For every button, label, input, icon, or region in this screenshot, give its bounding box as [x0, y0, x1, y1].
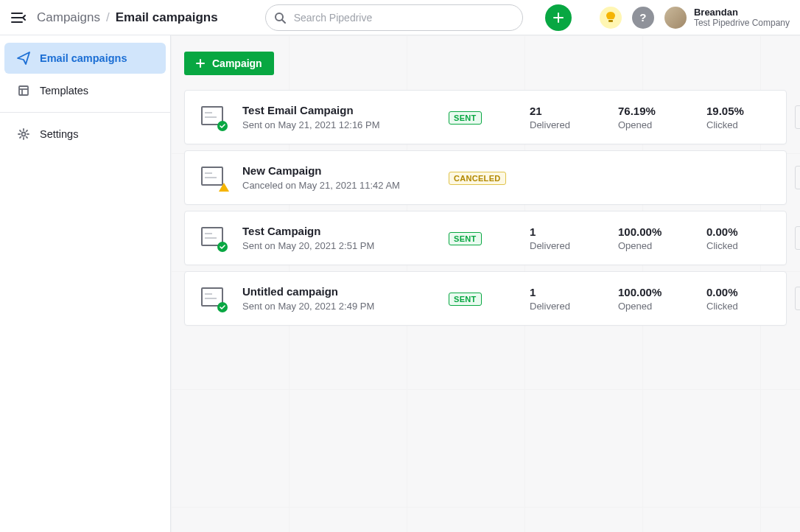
- stat-label: Opened: [618, 119, 706, 130]
- stat-opened: 76.19% Opened: [618, 105, 706, 130]
- campaign-subtitle: Canceled on May 21, 2021 11:42 AM: [242, 180, 449, 191]
- stat-clicked: 19.05% Clicked: [706, 105, 795, 130]
- breadcrumb-current: Email campaigns: [116, 10, 218, 25]
- campaign-title[interactable]: New Campaign: [242, 164, 449, 177]
- campaign-title-col: Test Campaign Sent on May 20, 2021 2:51 …: [242, 225, 449, 251]
- user-name: Breandan: [694, 7, 790, 18]
- sidebar-item-label: Settings: [40, 128, 78, 140]
- stat-label: Opened: [618, 301, 706, 312]
- stat-value: 0.00%: [706, 225, 795, 238]
- avatar: [664, 7, 687, 29]
- new-campaign-button[interactable]: Campaign: [184, 52, 274, 75]
- campaign-status-col: SENT: [449, 231, 530, 245]
- campaign-row: Untitled campaign Sent on May 20, 2021 2…: [184, 271, 787, 326]
- stat-label: Delivered: [530, 240, 618, 251]
- campaign-subtitle: Sent on May 21, 2021 12:16 PM: [242, 119, 449, 130]
- campaign-row: New Campaign Canceled on May 21, 2021 11…: [184, 150, 787, 205]
- main: Campaign Test Email Campaign Sent on May…: [171, 35, 800, 532]
- stat-value: 100.00%: [618, 225, 706, 238]
- stat-label: Clicked: [706, 240, 795, 251]
- svg-rect-7: [608, 20, 613, 22]
- campaign-title[interactable]: Test Email Campaign: [242, 104, 449, 116]
- global-add-button[interactable]: [545, 4, 572, 31]
- stat-value: 1: [530, 286, 618, 298]
- search-input[interactable]: [265, 4, 523, 31]
- status-badge: SENT: [449, 111, 482, 125]
- svg-rect-8: [19, 86, 28, 95]
- campaign-list: Test Email Campaign Sent on May 21, 2021…: [184, 90, 787, 326]
- campaign-subtitle: Sent on May 20, 2021 2:51 PM: [242, 240, 449, 251]
- sidebar-item-settings[interactable]: Settings: [4, 119, 166, 150]
- warning-badge-icon: [219, 183, 229, 192]
- stat-delivered: 21 Delivered: [530, 105, 618, 130]
- status-badge: CANCELED: [449, 172, 506, 185]
- campaign-title-col: Untitled campaign Sent on May 20, 2021 2…: [242, 285, 449, 312]
- campaign-row: Test Campaign Sent on May 20, 2021 2:51 …: [184, 211, 787, 265]
- check-badge-icon: [217, 242, 228, 252]
- stat-label: Clicked: [706, 301, 795, 312]
- stat-delivered: 1 Delivered: [530, 286, 618, 312]
- topbar: Campaigns / Email campaigns ? Breandan T…: [0, 0, 800, 35]
- sidebar-item-templates[interactable]: Templates: [4, 75, 166, 106]
- campaign-icon: [201, 167, 226, 189]
- check-badge-icon: [217, 121, 228, 131]
- user-company: Test Pipedrive Company: [694, 18, 790, 28]
- stat-value: 1: [530, 225, 618, 238]
- plus-icon: [196, 59, 205, 68]
- status-badge: SENT: [449, 232, 482, 245]
- stat-value: 0.00%: [706, 286, 795, 298]
- template-icon: [16, 84, 31, 97]
- campaign-actions-button[interactable]: [795, 105, 800, 129]
- campaign-actions-button[interactable]: [795, 226, 800, 250]
- plus-icon: [552, 12, 564, 24]
- campaign-subtitle: Sent on May 20, 2021 2:49 PM: [242, 301, 449, 312]
- stat-label: Opened: [618, 240, 706, 251]
- stat-clicked: 0.00% Clicked: [706, 225, 795, 251]
- layout: Email campaigns Templates Settings Campa…: [0, 35, 800, 532]
- campaign-title-col: New Campaign Canceled on May 21, 2021 11…: [242, 164, 449, 191]
- campaign-actions-button[interactable]: [795, 287, 800, 310]
- campaign-row: Test Email Campaign Sent on May 21, 2021…: [184, 90, 787, 144]
- stat-opened: 100.00% Opened: [618, 286, 706, 312]
- user-menu[interactable]: Breandan Test Pipedrive Company: [664, 7, 790, 29]
- stat-value: 19.05%: [706, 105, 795, 117]
- check-badge-icon: [217, 302, 228, 312]
- campaign-title[interactable]: Untitled campaign: [242, 285, 449, 298]
- status-badge: SENT: [449, 293, 482, 306]
- main-content: Campaign Test Email Campaign Sent on May…: [184, 52, 787, 326]
- stat-opened: 100.00% Opened: [618, 225, 706, 251]
- stat-label: Clicked: [706, 119, 795, 130]
- stat-value: 76.19%: [618, 105, 706, 117]
- search-wrap: [265, 4, 523, 31]
- campaign-status-col: CANCELED: [449, 171, 530, 185]
- sidebar-item-email-campaigns[interactable]: Email campaigns: [4, 43, 166, 74]
- menu-toggle-icon[interactable]: [10, 10, 27, 26]
- breadcrumb-root[interactable]: Campaigns: [37, 10, 100, 25]
- svg-point-11: [22, 133, 26, 136]
- sidebar-divider: [0, 112, 170, 113]
- topbar-right: ? Breandan Test Pipedrive Company: [600, 7, 790, 29]
- help-icon[interactable]: ?: [632, 7, 654, 29]
- sidebar: Email campaigns Templates Settings: [0, 35, 171, 532]
- sidebar-item-label: Email campaigns: [40, 52, 127, 64]
- breadcrumb-separator: /: [106, 10, 110, 25]
- campaign-status-col: SENT: [449, 111, 530, 125]
- campaign-title[interactable]: Test Campaign: [242, 225, 449, 237]
- campaign-title-col: Test Email Campaign Sent on May 21, 2021…: [242, 104, 449, 130]
- user-text: Breandan Test Pipedrive Company: [694, 7, 790, 29]
- campaign-status-col: SENT: [449, 292, 530, 306]
- campaign-actions-button[interactable]: [795, 166, 800, 189]
- breadcrumb: Campaigns / Email campaigns: [37, 10, 218, 25]
- campaign-icon: [201, 106, 226, 128]
- stat-clicked: 0.00% Clicked: [706, 286, 795, 312]
- stat-value: 100.00%: [618, 286, 706, 298]
- svg-line-4: [282, 20, 285, 23]
- gear-icon: [16, 127, 31, 141]
- campaign-icon: [201, 227, 226, 249]
- paper-plane-icon: [16, 52, 31, 65]
- stat-value: 21: [530, 105, 618, 117]
- sidebar-item-label: Templates: [40, 85, 88, 97]
- new-campaign-label: Campaign: [212, 57, 262, 69]
- lightbulb-icon[interactable]: [600, 7, 622, 29]
- stat-label: Delivered: [530, 301, 618, 312]
